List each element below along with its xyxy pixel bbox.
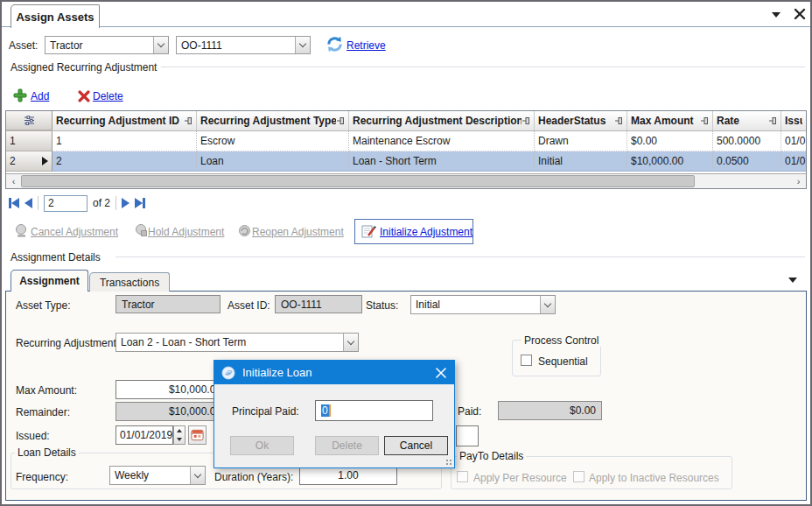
grid-field-chooser-button[interactable] (6, 111, 52, 130)
ok-button[interactable]: Ok (230, 436, 294, 455)
recurring-adjustment-dropdown-icon[interactable] (343, 334, 358, 351)
grid-row-2-selected[interactable]: 2 2 Loan Loan - Short Term Initial $10,0… (6, 151, 806, 172)
cell-type[interactable]: Loan (197, 151, 349, 172)
scrollbar-track[interactable] (21, 174, 791, 188)
issued-label: Issued: (16, 430, 50, 442)
asset-id-combobox-value: OO-1111 (177, 39, 295, 52)
cell-rate[interactable]: 500.0000 (713, 131, 781, 151)
cell-max-amount[interactable]: $0.00 (627, 131, 713, 151)
delete-icon[interactable] (78, 90, 90, 105)
page-count-label: of 2 (93, 197, 110, 209)
cell-issued[interactable]: 01/01/ (781, 151, 806, 172)
cancel-adjustment-link[interactable]: Cancel Adjustment (31, 226, 118, 238)
cell-description[interactable]: Loan - Short Term (349, 151, 535, 172)
asset-id-combobox[interactable]: OO-1111 (176, 36, 311, 54)
asset-type-dropdown-icon[interactable] (153, 37, 168, 53)
cell-id[interactable]: 1 (52, 131, 197, 151)
status-dropdown-icon[interactable] (540, 296, 555, 313)
cell-status[interactable]: Drawn (535, 131, 627, 151)
pin-icon (522, 116, 530, 125)
recurring-adjustment-label: Recurring Adjustment: (16, 337, 119, 349)
asset-type-field: Tractor (116, 295, 220, 313)
frequency-dropdown-icon[interactable] (190, 467, 205, 484)
asset-type-combobox[interactable]: Tractor (45, 36, 169, 54)
last-page-icon[interactable] (135, 198, 145, 208)
refresh-icon[interactable] (325, 35, 345, 56)
window-menu-caret-icon[interactable] (772, 12, 780, 18)
assigned-group-line (161, 67, 805, 67)
apply-to-inactive-checkbox[interactable] (573, 471, 584, 482)
window-close-icon[interactable] (793, 7, 807, 21)
cell-max-amount[interactable]: $10,000.00 (627, 151, 713, 172)
pager-separator (38, 196, 38, 210)
spinner-down-icon[interactable] (174, 435, 185, 444)
column-header-issued[interactable]: Issued (781, 111, 806, 130)
cell-description[interactable]: Maintenance Escrow (349, 131, 535, 151)
dialog-titlebar[interactable]: Initialize Loan (214, 361, 454, 384)
loan-details-title: Loan Details (15, 446, 79, 459)
dialog-app-icon (221, 366, 235, 380)
panel-menu-caret-icon[interactable] (788, 278, 797, 283)
retrieve-link[interactable]: Retrieve (346, 39, 386, 52)
max-amount-input[interactable]: $10,000.00 (116, 380, 228, 399)
record-pager: 2 of 2 (9, 193, 145, 213)
duration-input[interactable]: 1.00 (299, 466, 397, 485)
page-number-input[interactable]: 2 (44, 195, 88, 212)
scrollbar-thumb[interactable] (21, 175, 695, 187)
apply-per-resource-checkbox[interactable] (457, 471, 468, 482)
hold-adjustment-link[interactable]: Hold Adjustment (148, 226, 224, 238)
scroll-left-icon[interactable]: ‹ (6, 174, 21, 188)
principal-paid-input[interactable]: 0 (315, 400, 433, 421)
text-caret (329, 404, 331, 417)
column-header-rate[interactable]: Rate (713, 111, 781, 130)
recurring-adjustment-combobox[interactable]: Loan 2 - Loan - Short Term (116, 333, 359, 352)
next-page-icon[interactable] (122, 198, 130, 208)
calendar-button[interactable] (188, 425, 206, 445)
status-combobox[interactable]: Initial (410, 295, 556, 314)
hold-adjustment-icon (134, 223, 149, 241)
tab-assignment[interactable]: Assignment (10, 270, 88, 292)
apply-to-inactive-label: Apply to Inactive Resources (589, 472, 719, 484)
frequency-combobox[interactable]: Weekly (109, 466, 206, 485)
reopen-adjustment-link[interactable]: Reopen Adjustment (252, 226, 344, 238)
cancel-adjustment-icon (14, 223, 29, 241)
issued-date-spinner[interactable] (173, 425, 186, 445)
column-header-recurring-adjustment-type[interactable]: Recurring Adjustment Type (197, 111, 349, 130)
column-header-recurring-adjustment-id[interactable]: Recurring Adjustment ID (52, 111, 197, 130)
column-header-headerstatus[interactable]: HeaderStatus (535, 111, 627, 130)
tab-transactions[interactable]: Transactions (89, 272, 170, 292)
tab-assign-assets[interactable]: Assign Assets (10, 4, 100, 28)
pin-icon (336, 116, 345, 125)
sequential-checkbox[interactable] (521, 355, 532, 366)
cancel-button[interactable]: Cancel (384, 436, 448, 455)
assign-assets-window: Assign Assets Asset: Tractor OO-1111 Ret… (0, 0, 812, 506)
add-icon[interactable] (13, 88, 27, 105)
initialize-adjustment-link[interactable]: Initialize Adjustment (380, 226, 472, 238)
dialog-resize-grip[interactable] (444, 458, 452, 466)
asset-id-dropdown-icon[interactable] (295, 37, 310, 53)
cell-rate[interactable]: 0.0500 (713, 151, 781, 172)
add-link[interactable]: Add (31, 90, 49, 102)
cell-issued[interactable]: 01/01/ (781, 131, 806, 151)
initialize-adjustment-button[interactable]: Initialize Adjustment (354, 219, 473, 244)
row-header-1[interactable]: 1 (6, 131, 52, 151)
initialize-adjustment-icon (361, 224, 377, 242)
dialog-close-icon[interactable] (435, 367, 447, 379)
frequency-label: Frequency: (16, 471, 68, 483)
cell-id[interactable]: 2 (52, 151, 197, 172)
issued-date-input[interactable]: 01/01/2019 (116, 425, 173, 445)
previous-page-icon[interactable] (24, 198, 32, 208)
partially-hidden-field[interactable] (456, 425, 479, 446)
delete-button[interactable]: Delete (315, 436, 379, 455)
column-header-recurring-adjustment-description[interactable]: Recurring Adjustment Description (349, 111, 535, 130)
column-header-max-amount[interactable]: Max Amount (627, 111, 713, 130)
row-header-2[interactable]: 2 (6, 151, 52, 172)
delete-link[interactable]: Delete (93, 90, 123, 102)
first-page-icon[interactable] (9, 198, 19, 208)
cell-status[interactable]: Initial (535, 151, 627, 172)
cell-type[interactable]: Escrow (197, 131, 349, 151)
grid-horizontal-scrollbar[interactable]: ‹ › (6, 173, 806, 188)
spinner-up-icon[interactable] (174, 426, 185, 435)
scroll-right-icon[interactable]: › (791, 174, 806, 188)
grid-row-1[interactable]: 1 1 Escrow Maintenance Escrow Drawn $0.0… (6, 131, 806, 151)
